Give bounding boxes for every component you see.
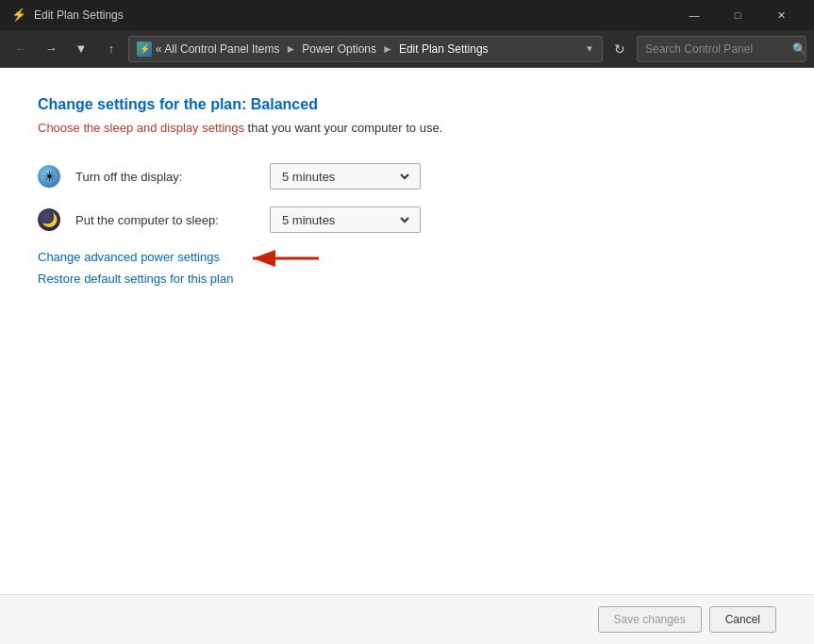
app-icon: ⚡ (11, 8, 26, 23)
toolbar: ← → ▼ ↑ ⚡ « All Control Panel Items ► Po… (0, 30, 814, 68)
content-area: Change settings for the plan: Balanced C… (0, 68, 814, 644)
address-bar[interactable]: ⚡ « All Control Panel Items ► Power Opti… (128, 36, 603, 62)
forward-button[interactable]: → (38, 36, 64, 62)
sleep-dropdown[interactable]: 1 minute 2 minutes 3 minutes 5 minutes 1… (270, 206, 421, 233)
arrow-annotation (245, 244, 321, 275)
cancel-button[interactable]: Cancel (709, 606, 776, 633)
sleep-setting-row: 🌙 Put the computer to sleep: 1 minute 2 … (38, 206, 776, 233)
display-label: Turn off the display: (75, 170, 255, 184)
breadcrumb-icon: ⚡ (137, 41, 152, 57)
maximize-button[interactable]: □ (716, 0, 759, 30)
bottom-bar: Save changes Cancel (0, 594, 814, 644)
search-input[interactable] (645, 42, 787, 56)
subtitle-normal: that you want your computer to use. (244, 121, 442, 135)
breadcrumb-sep-1: ► (285, 42, 296, 56)
window-title: Edit Plan Settings (34, 8, 673, 22)
display-dropdown[interactable]: 1 minute 2 minutes 3 minutes 5 minutes 1… (270, 163, 421, 190)
back-button[interactable]: ← (8, 36, 34, 62)
display-select[interactable]: 1 minute 2 minutes 3 minutes 5 minutes 1… (278, 169, 412, 185)
main-content: Change settings for the plan: Balanced C… (0, 68, 814, 594)
restore-defaults-link[interactable]: Restore default settings for this plan (38, 272, 233, 286)
refresh-button[interactable]: ↻ (606, 36, 633, 62)
save-changes-button[interactable]: Save changes (598, 606, 702, 633)
heading-plan: Balanced (251, 96, 318, 112)
titlebar-controls: — □ ✕ (673, 0, 803, 30)
sleep-icon: 🌙 (38, 208, 60, 231)
links-section: Change advanced power settings Restore d… (38, 250, 776, 286)
close-button[interactable]: ✕ (759, 0, 803, 30)
sleep-label: Put the computer to sleep: (75, 213, 255, 227)
breadcrumb-sep-2: ► (382, 42, 393, 56)
address-dropdown-button[interactable]: ▼ (585, 43, 594, 54)
page-heading: Change settings for the plan: Balanced (38, 96, 776, 113)
subtitle-colored: Choose the sleep and display settings (38, 121, 244, 135)
recent-locations-button[interactable]: ▼ (68, 36, 94, 62)
minimize-button[interactable]: — (673, 0, 716, 30)
display-setting-row: ☀ Turn off the display: 1 minute 2 minut… (38, 163, 776, 190)
heading-prefix: Change settings for the plan: (38, 96, 251, 112)
breadcrumb-edit-plan[interactable]: Edit Plan Settings (399, 42, 489, 56)
display-icon: ☀ (38, 165, 60, 188)
sleep-select[interactable]: 1 minute 2 minutes 3 minutes 5 minutes 1… (278, 212, 412, 228)
advanced-settings-link[interactable]: Change advanced power settings (38, 250, 220, 264)
search-icon: 🔍 (792, 42, 806, 56)
page-subtitle: Choose the sleep and display settings th… (38, 121, 776, 135)
breadcrumb-power-options[interactable]: Power Options (302, 42, 376, 56)
breadcrumb-all-control-panel[interactable]: « All Control Panel Items (156, 42, 279, 56)
up-button[interactable]: ↑ (98, 36, 125, 62)
titlebar: ⚡ Edit Plan Settings — □ ✕ (0, 0, 814, 30)
search-box[interactable]: 🔍 (637, 36, 806, 62)
